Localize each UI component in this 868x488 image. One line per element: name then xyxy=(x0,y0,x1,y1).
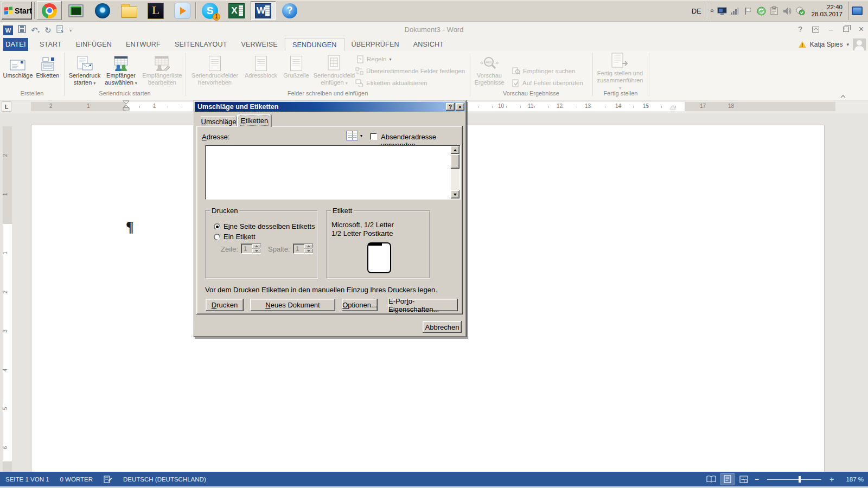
tab-ueberpruefen[interactable]: ÜBERPRÜFEN xyxy=(344,38,406,51)
tab-stop-selector[interactable]: L xyxy=(2,101,11,112)
taskbar-app-chrome[interactable] xyxy=(37,1,62,20)
start-button[interactable]: Start xyxy=(2,2,32,20)
zoom-slider[interactable] xyxy=(767,479,821,480)
zoom-level[interactable]: 187 % xyxy=(838,476,864,483)
label-preview-image[interactable] xyxy=(367,242,391,273)
seriendruckfelder-hervorheben-button[interactable]: Seriendruckfelder hervorheben xyxy=(189,53,241,88)
language-indicator[interactable]: DE xyxy=(686,7,707,15)
redo-button[interactable]: ↻ xyxy=(44,25,52,35)
uebereinstimmende-felder-button[interactable]: Übereinstimmende Felder festlegen xyxy=(355,66,465,76)
eine-seite-radio[interactable] xyxy=(214,223,220,230)
print-layout-button[interactable] xyxy=(720,473,735,485)
read-mode-button[interactable] xyxy=(704,473,718,485)
scroll-thumb[interactable] xyxy=(451,155,459,169)
tray-volume-icon[interactable] xyxy=(781,5,793,16)
tab-start[interactable]: START xyxy=(33,38,69,51)
dialog-close-button[interactable]: × xyxy=(456,103,464,111)
close-button[interactable]: × xyxy=(859,24,864,34)
touch-mode-button[interactable] xyxy=(56,25,64,35)
adresse-textarea[interactable] xyxy=(205,145,461,200)
ein-etikett-radio[interactable] xyxy=(214,234,220,240)
zoom-in-button[interactable]: + xyxy=(828,475,835,484)
textarea-scrollbar[interactable] xyxy=(451,146,459,198)
tab-verweise[interactable]: VERWEISE xyxy=(234,38,285,51)
tab-entwurf[interactable]: ENTWURF xyxy=(119,38,168,51)
taskbar-app-file-explorer[interactable] xyxy=(117,1,142,20)
user-name[interactable]: Katja Spies xyxy=(810,41,843,48)
dialog-help-button[interactable]: ? xyxy=(446,103,455,111)
tray-sync-icon[interactable] xyxy=(755,5,767,16)
absenderadresse-checkbox[interactable] xyxy=(370,133,377,140)
right-indent-marker[interactable] xyxy=(670,106,675,110)
proofing-status[interactable] xyxy=(98,472,118,486)
dialog-tab-umschlaege[interactable]: Umschläge xyxy=(201,116,237,127)
customize-qat-button[interactable]: ▾ xyxy=(69,29,73,32)
taskbar-app-league-of-legends[interactable]: L xyxy=(143,1,168,20)
tab-einfuegen[interactable]: EINFÜGEN xyxy=(69,38,119,51)
empfaengerliste-bearbeiten-button[interactable]: Empfängerliste bearbeiten xyxy=(140,53,184,88)
seriendruck-starten-button[interactable]: Seriendruck starten ▾ xyxy=(67,53,102,88)
zoom-out-button[interactable]: − xyxy=(753,475,761,484)
optionen-button[interactable]: Optionen... xyxy=(342,299,378,311)
umschlaege-button[interactable]: Umschläge xyxy=(3,53,33,88)
user-avatar[interactable] xyxy=(853,38,866,50)
seriendruckfeld-einfuegen-button[interactable]: Seriendruckfeld einfügen ▾ xyxy=(312,53,356,88)
tray-security-icon[interactable] xyxy=(794,5,806,16)
dialog-titlebar[interactable]: Umschläge und Etiketten xyxy=(195,102,465,112)
neues-dokument-button[interactable]: Neues Dokument xyxy=(250,299,335,311)
restore-button[interactable] xyxy=(843,27,849,32)
empfaenger-auswaehlen-button[interactable]: Empfänger auswählen ▾ xyxy=(103,53,139,88)
undo-button[interactable]: ↶▾ xyxy=(31,25,40,35)
grusszeile-button[interactable]: Grußzeile xyxy=(281,53,311,88)
taskbar-app-media-player[interactable] xyxy=(170,1,195,20)
eporto-eigenschaften-button[interactable]: E-Porto-Eigenschaften... xyxy=(388,299,458,311)
address-book-button[interactable]: ▾ xyxy=(346,131,362,140)
taskbar-app-excel[interactable]: X xyxy=(224,1,249,20)
auf-fehler-ueberpruefen-button[interactable]: Auf Fehler überprüfen xyxy=(512,78,583,88)
zeile-spin-buttons[interactable] xyxy=(252,244,260,253)
web-layout-button[interactable] xyxy=(737,473,751,485)
fertig-stellen-button[interactable]: Fertig stellen und zusammenführen ▾ xyxy=(596,53,644,88)
show-hidden-icons-chevron[interactable]: » xyxy=(708,9,716,13)
tray-display-icon[interactable] xyxy=(716,5,728,16)
eine-seite-radio-label[interactable]: Eine Seite desselben Etiketts xyxy=(224,222,315,230)
tray-flag-icon[interactable] xyxy=(742,5,754,16)
tab-seitenlayout[interactable]: SEITENLAYOUT xyxy=(168,38,234,51)
tray-clock[interactable]: 22:40 28.03.2017 xyxy=(811,4,843,18)
tray-clipboard-icon[interactable] xyxy=(768,5,780,16)
drucken-button[interactable]: Drucken xyxy=(206,299,244,311)
scroll-down-button[interactable] xyxy=(451,190,459,198)
ein-etikett-radio-label[interactable]: Ein Etikett xyxy=(224,233,256,241)
taskbar-app-skype[interactable]: S1 xyxy=(197,1,222,20)
empfaenger-suchen-button[interactable]: Empfänger suchen xyxy=(512,66,576,76)
collapse-ribbon-button[interactable] xyxy=(840,91,846,95)
minimize-button[interactable]: – xyxy=(829,25,833,34)
word-count[interactable]: 0 WÖRTER xyxy=(55,472,99,486)
tab-ansicht[interactable]: ANSICHT xyxy=(406,38,451,51)
help-button[interactable]: ? xyxy=(798,25,802,34)
show-desktop-button[interactable] xyxy=(848,2,866,20)
language-status[interactable]: DEUTSCH (DEUTSCHLAND) xyxy=(118,472,212,486)
etiketten-button[interactable]: Etiketten xyxy=(34,53,62,88)
page-indicator[interactable]: SEITE 1 VON 1 xyxy=(0,472,55,486)
taskbar-app-daemon-tools[interactable] xyxy=(90,1,115,20)
zeile-spinner[interactable]: 1 xyxy=(241,243,261,254)
abbrechen-button[interactable]: Abbrechen xyxy=(423,321,462,333)
tab-datei[interactable]: DATEI xyxy=(3,38,28,51)
taskbar-app-help[interactable]: ? xyxy=(277,1,302,20)
dialog-tab-etiketten[interactable]: Etiketten xyxy=(237,114,272,127)
vorschau-ergebnisse-button[interactable]: «ABC» Vorschau Ergebnisse xyxy=(473,53,506,88)
tab-sendungen[interactable]: SENDUNGEN xyxy=(285,38,344,51)
spalte-spin-buttons[interactable] xyxy=(304,244,312,253)
spalte-spinner[interactable]: 1 xyxy=(293,243,313,254)
ribbon-display-options-button[interactable] xyxy=(812,27,819,33)
save-button[interactable] xyxy=(18,25,26,35)
user-dropdown-caret-icon[interactable]: ▾ xyxy=(846,42,849,47)
taskbar-app-remote-desktop[interactable] xyxy=(63,1,88,20)
word-app-icon[interactable]: W xyxy=(3,25,13,35)
etiketten-aktualisieren-button[interactable]: Etiketten aktualisieren xyxy=(355,78,427,88)
tray-network-signal-icon[interactable] xyxy=(729,5,741,16)
scroll-up-button[interactable] xyxy=(451,146,459,154)
regeln-button[interactable]: ? Regeln ▾ xyxy=(357,54,391,65)
zoom-slider-thumb[interactable] xyxy=(799,476,801,483)
